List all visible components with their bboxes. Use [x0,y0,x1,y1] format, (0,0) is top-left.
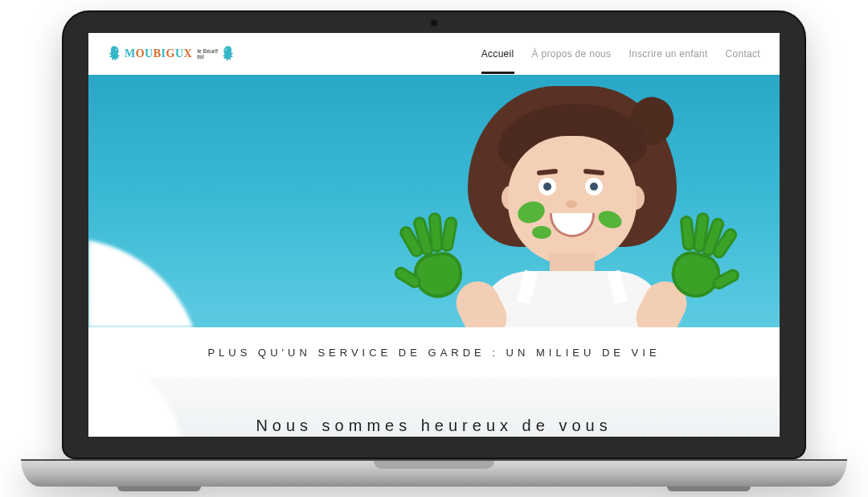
dino-right-icon [220,45,235,63]
nav-item-accueil[interactable]: Accueil [481,48,514,60]
hero-image [88,75,780,327]
svg-point-0 [116,49,117,51]
welcome-heading: Nous sommes heureux de vous [256,417,612,435]
top-nav: MOUBIGUX le Beuriflist Accueil À propos … [88,33,780,75]
screen: MOUBIGUX le Beuriflist Accueil À propos … [88,33,780,437]
primary-menu: Accueil À propos de nous Inscrire un enf… [481,48,760,60]
nav-item-apropos[interactable]: À propos de nous [532,48,612,60]
nav-item-inscrire[interactable]: Inscrire un enfant [628,48,707,60]
welcome-section: Nous sommes heureux de vous [88,377,780,437]
tagline-bar: PLUS QU'UN SERVICE DE GARDE : UN MILIEU … [88,327,780,377]
site-logo[interactable]: MOUBIGUX le Beuriflist [108,45,235,63]
tagline-text: PLUS QU'UN SERVICE DE GARDE : UN MILIEU … [207,347,660,359]
logo-wordmark: MOUBIGUX [125,47,192,60]
laptop-frame: MOUBIGUX le Beuriflist Accueil À propos … [62,10,806,459]
nav-item-contact[interactable]: Contact [726,48,760,60]
laptop-mockup: MOUBIGUX le Beuriflist Accueil À propos … [21,10,847,487]
logo-subtext: le Beuriflist [197,48,218,60]
laptop-hinge [21,459,847,487]
dino-left-icon [108,45,122,63]
hero-child-illustration [315,75,733,327]
